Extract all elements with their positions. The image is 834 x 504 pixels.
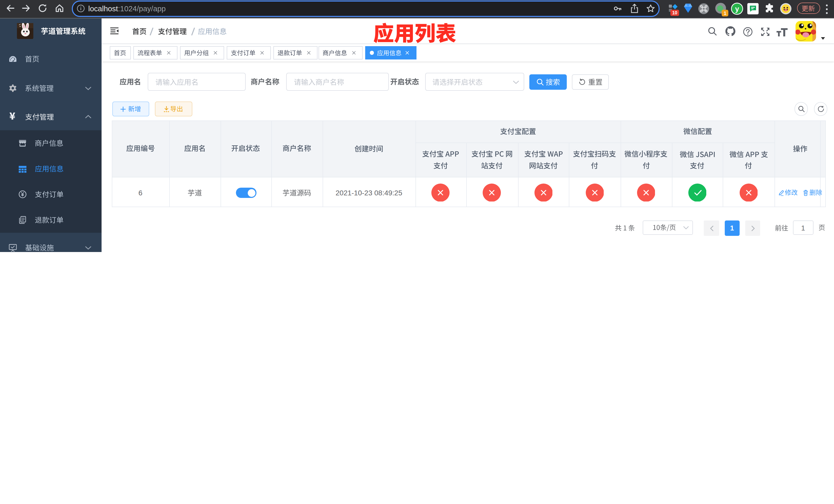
svg-text:y: y xyxy=(735,5,739,13)
